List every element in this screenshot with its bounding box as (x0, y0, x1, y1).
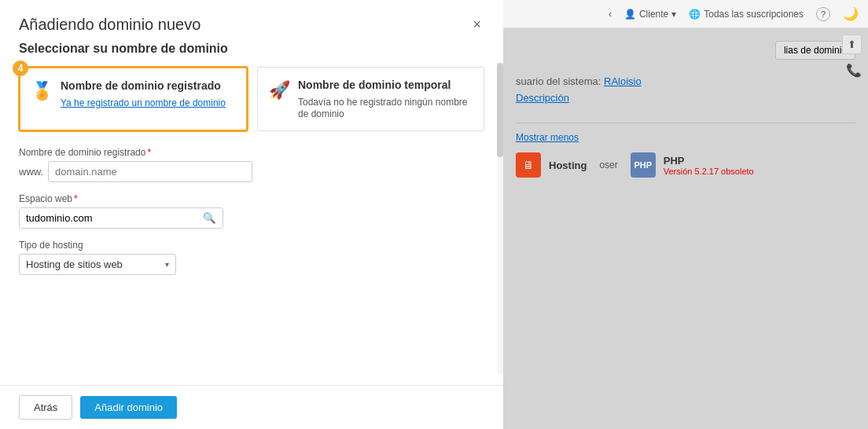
php-version: Versión 5.2.17 obsoleto (664, 167, 754, 176)
chevron-left-icon: ‹ (609, 9, 612, 20)
domain-field-label: Nombre de dominio registrado* (19, 147, 484, 158)
hosting-type-value: Hosting de sitios web (26, 258, 123, 270)
hosting-type-field-group: Tipo de hosting Hosting de sitios web ▾ (19, 240, 484, 275)
help-button[interactable]: ? (816, 7, 830, 21)
right-content: lias de dominio suario del sistema: RAlo… (503, 28, 868, 429)
option-temp-content: Nombre de dominio temporal Todavía no he… (298, 79, 473, 119)
composer-item: oser (599, 152, 617, 178)
profile-icon: 🌙 (843, 6, 859, 21)
option-registered[interactable]: 4 🏅 Nombre de dominio registrado Ya he r… (19, 67, 248, 131)
php-card[interactable]: PHP PHP Versión 5.2.17 obsoleto (631, 152, 754, 178)
modal-title: Añadiendo dominio nuevo (19, 16, 200, 34)
temp-domain-icon: 🚀 (269, 80, 290, 101)
domain-name-field-group: Nombre de dominio registrado* www. (19, 147, 484, 182)
user-profile[interactable]: 🌙 (843, 6, 859, 21)
option-temp-inner: 🚀 Nombre de dominio temporal Todavía no … (269, 79, 473, 119)
php-card-content: PHP Versión 5.2.17 obsoleto (664, 155, 754, 176)
top-bar: ‹ 👤 Cliente ▾ 🌐 Todas las suscripciones … (503, 0, 868, 28)
webspace-input[interactable] (20, 208, 197, 228)
scroll-indicator (497, 63, 503, 374)
webspace-field-label: Espacio web* (19, 193, 484, 204)
domain-prefix: www. (19, 166, 43, 178)
hosting-card[interactable]: 🖥 Hosting (516, 152, 587, 178)
composer-label: oser (599, 160, 617, 170)
hosting-icon: 🖥 (516, 152, 541, 178)
globe-icon: 🌐 (689, 9, 701, 20)
search-icon: 🔍 (203, 212, 216, 224)
system-user-row: suario del sistema: RAloisio (516, 75, 855, 87)
option-registered-inner: 🏅 Nombre de dominio registrado Ya he reg… (31, 79, 235, 108)
domain-input-row: www. (19, 161, 484, 182)
webspace-search-button[interactable]: 🔍 (197, 209, 223, 227)
modal-body: Seleccionar su nombre de dominio 4 🏅 Nom… (0, 42, 503, 385)
back-button[interactable]: Atrás (19, 395, 72, 420)
scroll-thumb[interactable] (497, 63, 503, 157)
hosting-type-dropdown[interactable]: Hosting de sitios web ▾ (19, 254, 176, 275)
php-label: PHP (664, 155, 754, 167)
modal-panel: Añadiendo dominio nuevo × Seleccionar su… (0, 0, 503, 429)
close-button[interactable]: × (469, 16, 484, 33)
divider (516, 123, 855, 123)
modal-header: Añadiendo dominio nuevo × (0, 0, 503, 42)
hosting-card-content: Hosting (549, 160, 587, 171)
subscriptions-menu[interactable]: 🌐 Todas las suscripciones (689, 9, 804, 20)
hosting-type-label: Tipo de hosting (19, 240, 484, 251)
phone-icon[interactable]: 📞 (846, 63, 862, 78)
info-section: suario del sistema: RAloisio Descripción (516, 69, 855, 115)
chevron-down-icon: ▾ (671, 9, 676, 20)
option-temp-desc: Todavía no he registrado ningún nombre d… (298, 97, 467, 119)
domain-alias-row: lias de dominio (516, 41, 855, 60)
system-user-label: suario del sistema: (516, 75, 604, 87)
registered-domain-icon: 🏅 (31, 81, 53, 101)
step-number: 4 (13, 60, 28, 76)
option-registered-desc[interactable]: Ya he registrado un nombre de dominio (61, 97, 226, 108)
description-link[interactable]: Descripción (516, 92, 569, 104)
option-temp-title: Nombre de dominio temporal (298, 79, 473, 91)
nav-back[interactable]: ‹ (609, 9, 612, 20)
hosting-logo-icon: 🖥 (523, 159, 534, 171)
add-domain-button[interactable]: Añadir dominio (80, 396, 177, 419)
hosting-label: Hosting (549, 160, 587, 171)
show-less-button[interactable]: Mostrar menos (516, 132, 579, 143)
export-button[interactable]: ⬆ (842, 35, 862, 54)
webspace-field-group: Espacio web* 🔍 (19, 193, 484, 229)
option-registered-title: Nombre de dominio registrado (61, 79, 226, 92)
modal-footer: Atrás Añadir dominio (0, 385, 503, 429)
option-temp[interactable]: 🚀 Nombre de dominio temporal Todavía no … (257, 67, 484, 131)
description-row: Descripción (516, 92, 855, 104)
right-panel: ‹ 👤 Cliente ▾ 🌐 Todas las suscripciones … (503, 0, 868, 429)
system-user-value[interactable]: RAloisio (604, 75, 642, 87)
php-icon: PHP (631, 152, 656, 178)
domain-input[interactable] (48, 161, 252, 182)
chevron-down-icon: ▾ (165, 260, 169, 269)
export-icon: ⬆ (848, 38, 856, 50)
webspace-input-wrapper: 🔍 (19, 207, 223, 229)
domain-options: 4 🏅 Nombre de dominio registrado Ya he r… (19, 67, 484, 131)
user-icon: 👤 (624, 9, 636, 20)
help-icon: ? (816, 7, 830, 21)
section-title: Seleccionar su nombre de dominio (19, 42, 484, 56)
cards-row: 🖥 Hosting oser PHP PHP Versión 5.2.17 ob… (516, 152, 855, 178)
client-menu[interactable]: 👤 Cliente ▾ (624, 9, 676, 20)
option-registered-content: Nombre de dominio registrado Ya he regis… (61, 79, 226, 108)
